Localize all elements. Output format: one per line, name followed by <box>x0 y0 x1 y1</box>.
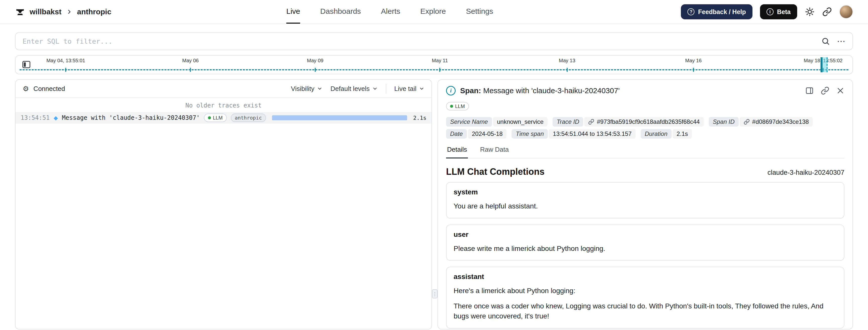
close-icon[interactable] <box>836 87 844 95</box>
theme-toggle-sun-icon[interactable] <box>805 7 815 17</box>
traces-panel-header: ⚙ Connected Visibility Default levels Li… <box>16 80 432 98</box>
link-icon <box>588 119 594 125</box>
model-name: claude-3-haiku-20240307 <box>768 169 844 177</box>
chevron-down-icon <box>419 86 425 91</box>
tab-raw-data[interactable]: Raw Data <box>479 146 509 158</box>
trace-timestamp: 13:54:51 <box>21 114 50 121</box>
beta-button[interactable]: i Beta <box>760 4 797 19</box>
prop-trace-id: Trace ID #973fba5919cf9c618aafdb2635f68c… <box>553 117 704 127</box>
span-details-panel: i Span: Message with 'claude-3-haiku-202… <box>437 79 853 330</box>
app-logo-icon[interactable] <box>15 7 25 17</box>
duration-bar <box>272 115 407 120</box>
sql-filter-input[interactable] <box>23 37 814 45</box>
info-circle-icon: i <box>767 8 774 15</box>
message-content: Please write me a limerick about Python … <box>454 244 837 254</box>
main-nav: Live Dashboards Alerts Explore Settings <box>286 0 493 24</box>
app-root: willbakst anthropic Live Dashboards Aler… <box>0 0 868 330</box>
feedback-help-button[interactable]: ? Feedback / Help <box>681 4 752 19</box>
section-title: LLM Chat Completions <box>446 167 545 177</box>
message-role: system <box>454 188 837 196</box>
message-role: user <box>454 231 837 239</box>
settings-gear-icon[interactable]: ⚙ <box>23 85 29 93</box>
timeline-selection[interactable] <box>820 57 828 72</box>
breadcrumb-project[interactable]: anthropic <box>77 7 112 16</box>
message-role: assistant <box>454 273 837 281</box>
copy-span-link-icon[interactable] <box>821 86 829 95</box>
breadcrumb: willbakst anthropic <box>15 7 111 17</box>
trace-message: Message with 'claude-3-haiku-20240307' <box>62 114 200 121</box>
message-content: You are a helpful assistant. <box>454 201 837 211</box>
search-icon[interactable] <box>821 37 830 46</box>
sql-filter-box: ⋯ <box>15 32 853 50</box>
expand-panel-icon[interactable] <box>805 86 814 95</box>
chat-messages: system You are a helpful assistant. user… <box>438 181 852 329</box>
message-card-user: user Please write me a limerick about Py… <box>446 224 844 261</box>
prop-span-id: Span ID #d08697de343ce138 <box>709 117 813 127</box>
trace-row[interactable]: 13:54:51 ◆ Message with 'claude-3-haiku-… <box>16 112 432 124</box>
breadcrumb-org[interactable]: willbakst <box>30 7 62 16</box>
share-link-icon[interactable] <box>822 7 832 17</box>
sidebar-toggle-icon[interactable] <box>22 60 31 69</box>
chevron-down-icon <box>372 86 378 91</box>
user-avatar[interactable] <box>839 5 853 19</box>
nav-tab-alerts[interactable]: Alerts <box>381 0 400 24</box>
tab-details[interactable]: Details <box>446 146 468 158</box>
chevron-right-icon <box>66 8 72 15</box>
link-icon <box>744 119 750 125</box>
span-type-badge: LLM <box>446 102 469 111</box>
prop-time-span: Time span 13:54:51.044 to 13:54:53.157 <box>512 129 636 139</box>
info-icon: i <box>446 86 456 95</box>
live-tail-dropdown[interactable]: Live tail <box>394 85 425 93</box>
nav-tab-live[interactable]: Live <box>286 0 300 24</box>
connection-status: Connected <box>33 85 65 93</box>
span-tabs: Details Raw Data <box>446 146 844 158</box>
default-levels-dropdown[interactable]: Default levels <box>331 85 378 93</box>
span-header: i Span: Message with 'claude-3-haiku-202… <box>438 80 852 99</box>
span-title: Span: Message with 'claude-3-haiku-20240… <box>460 86 620 95</box>
time-range-bar: May 04, 13:55:01 May 06 May 09 May 11 Ma… <box>15 55 853 74</box>
question-circle-icon: ? <box>687 8 694 15</box>
timeline-axis <box>20 69 848 70</box>
trace-duration: 2.1s <box>413 115 427 121</box>
visibility-dropdown[interactable]: Visibility <box>291 85 322 93</box>
status-dot <box>450 105 453 108</box>
nav-tab-dashboards[interactable]: Dashboards <box>320 0 361 24</box>
span-diamond-icon: ◆ <box>54 115 58 121</box>
message-card-system: system You are a helpful assistant. <box>446 182 844 218</box>
divider <box>386 84 386 94</box>
prop-date: Date 2024-05-18 <box>446 129 506 139</box>
top-navbar: willbakst anthropic Live Dashboards Aler… <box>0 0 868 24</box>
nav-tab-settings[interactable]: Settings <box>466 0 493 24</box>
message-content: There once was a coder who knew, Logging… <box>454 301 837 322</box>
no-older-traces-message: No older traces exist <box>16 98 432 112</box>
main-content: ⚙ Connected Visibility Default levels Li… <box>15 79 853 330</box>
llm-badge: LLM <box>204 114 227 122</box>
nav-tab-explore[interactable]: Explore <box>421 0 446 24</box>
message-card-assistant: assistant Here's a limerick about Python… <box>446 267 844 329</box>
navbar-actions: ? Feedback / Help i Beta <box>681 4 853 19</box>
source-badge: anthropic <box>231 114 266 122</box>
span-properties-row-2: Date 2024-05-18 Time span 13:54:51.044 t… <box>438 127 852 139</box>
chevron-down-icon <box>317 86 322 91</box>
feedback-help-label: Feedback / Help <box>698 8 746 16</box>
span-properties-row-1: Service Name unknown_service Trace ID #9… <box>438 115 852 127</box>
beta-label: Beta <box>777 8 790 16</box>
prop-service-name: Service Name unknown_service <box>446 117 548 127</box>
prop-duration: Duration 2.1s <box>641 129 692 139</box>
traces-panel: ⚙ Connected Visibility Default levels Li… <box>15 79 432 330</box>
status-dot <box>208 116 211 119</box>
more-options-icon[interactable]: ⋯ <box>837 37 845 46</box>
message-content: Here's a limerick about Python logging: <box>454 286 837 296</box>
panel-resize-handle[interactable]: ⋮ <box>432 289 437 298</box>
filter-row: ⋯ <box>15 32 853 50</box>
